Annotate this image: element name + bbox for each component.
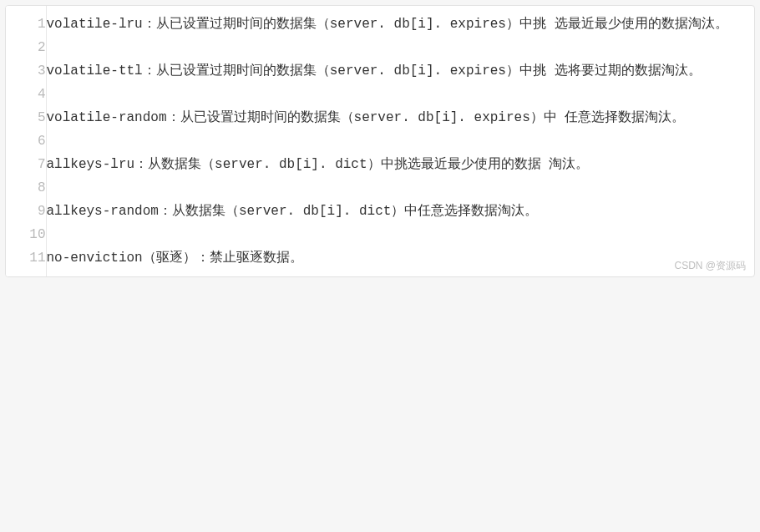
code-line: [46, 223, 754, 246]
code-line: [46, 176, 754, 200]
line-number: 3: [6, 59, 46, 83]
code-row: 11 no-enviction（驱逐）：禁止驱逐数据。: [6, 246, 754, 276]
code-line: volatile-random：从已设置过期时间的数据集（server. db[…: [46, 106, 754, 129]
code-row: 5 volatile-random：从已设置过期时间的数据集（server. d…: [6, 106, 754, 129]
line-number: 10: [6, 223, 46, 246]
code-row: 6: [6, 129, 754, 153]
line-number: 9: [6, 200, 46, 223]
code-line: [46, 83, 754, 106]
code-table: 1 volatile-lru：从已设置过期时间的数据集（server. db[i…: [6, 6, 754, 276]
line-number: 4: [6, 83, 46, 106]
code-line: [46, 129, 754, 153]
code-line: [46, 36, 754, 59]
code-row: 9 allkeys-random：从数据集（server. db[i]. dic…: [6, 200, 754, 223]
code-row: 10: [6, 223, 754, 246]
code-line: allkeys-random：从数据集（server. db[i]. dict）…: [46, 200, 754, 223]
line-number: 1: [6, 6, 46, 36]
line-number: 11: [6, 246, 46, 276]
code-row: 8: [6, 176, 754, 200]
code-line: volatile-lru：从已设置过期时间的数据集（server. db[i].…: [46, 6, 754, 36]
code-row: 2: [6, 36, 754, 59]
line-number: 2: [6, 36, 46, 59]
code-block: 1 volatile-lru：从已设置过期时间的数据集（server. db[i…: [5, 5, 755, 277]
code-row: 1 volatile-lru：从已设置过期时间的数据集（server. db[i…: [6, 6, 754, 36]
line-number: 8: [6, 176, 46, 200]
code-row: 3 volatile-ttl：从已设置过期时间的数据集（server. db[i…: [6, 59, 754, 83]
code-row: 4: [6, 83, 754, 106]
code-line: volatile-ttl：从已设置过期时间的数据集（server. db[i].…: [46, 59, 754, 83]
line-number: 7: [6, 153, 46, 176]
code-row: 7 allkeys-lru：从数据集（server. db[i]. dict）中…: [6, 153, 754, 176]
code-line: allkeys-lru：从数据集（server. db[i]. dict）中挑选…: [46, 153, 754, 176]
code-line: no-enviction（驱逐）：禁止驱逐数据。: [46, 246, 754, 276]
watermark: CSDN @资源码: [674, 259, 746, 273]
line-number: 5: [6, 106, 46, 129]
line-number: 6: [6, 129, 46, 153]
